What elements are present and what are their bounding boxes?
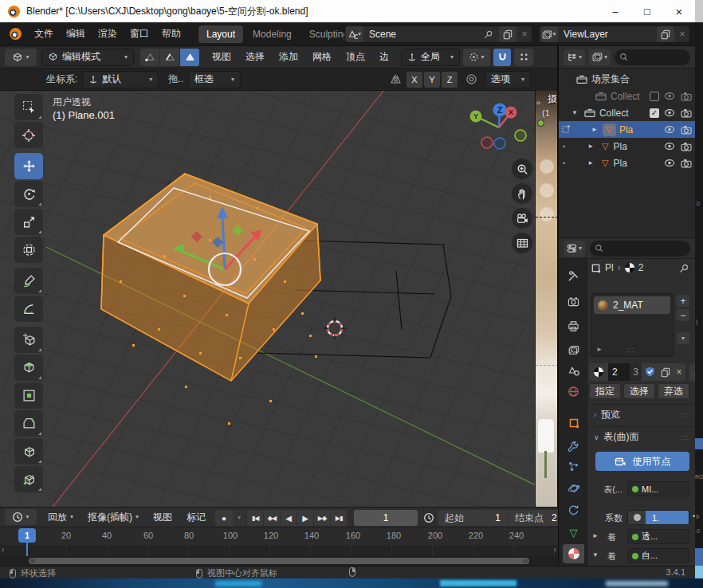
workspace-tab-modeling[interactable]: Modeling	[245, 25, 300, 43]
expand-icon[interactable]: ►	[591, 126, 598, 133]
tool-rotate-button[interactable]	[14, 181, 43, 207]
minimize-button[interactable]: –	[599, 0, 631, 22]
add-slot-button[interactable]: +	[677, 295, 689, 307]
use-nodes-button[interactable]: 使用节点	[595, 452, 689, 471]
frame-end-field[interactable]: 结束点 2	[509, 510, 558, 526]
select-mode-vertex-button[interactable]	[140, 49, 159, 66]
menu-markers[interactable]: 标记	[180, 511, 212, 524]
hide-eye-icon[interactable]	[664, 108, 675, 117]
deselect-button[interactable]: 弃选	[658, 383, 689, 399]
outliner-row-collection-excluded[interactable]: Collect	[559, 88, 695, 104]
close-button[interactable]: ×	[663, 0, 695, 22]
play-reverse-button[interactable]: ◀	[281, 510, 297, 526]
mirror-x-button[interactable]: X	[406, 72, 422, 88]
tab-output[interactable]	[563, 316, 584, 335]
expand-icon[interactable]: ►	[587, 143, 594, 150]
camera-view-button[interactable]	[512, 208, 532, 229]
proportional-edit-icon[interactable]	[465, 73, 477, 85]
tool-annotate-button[interactable]	[14, 268, 43, 294]
jump-to-end-button[interactable]: ▶▮	[331, 510, 347, 526]
viewlayer-browse-button[interactable]: ▾	[540, 26, 558, 42]
outliner-search-input[interactable]	[615, 49, 690, 65]
scrollbar-handle-right[interactable]	[523, 559, 528, 563]
tab-world[interactable]	[563, 382, 584, 401]
browse-material-button[interactable]	[589, 363, 608, 381]
expand-icon[interactable]: ▼	[571, 109, 578, 116]
scene-canvas[interactable]	[0, 91, 536, 507]
render-camera-icon[interactable]	[681, 125, 692, 135]
material-name-field[interactable]: 2	[608, 363, 630, 381]
expand-icon[interactable]: ►	[587, 159, 594, 167]
grip-icon[interactable]: :::	[681, 433, 689, 441]
maximize-button[interactable]: □	[631, 0, 663, 22]
breadcrumb-object[interactable]: Pl	[605, 262, 614, 273]
tab-scene[interactable]	[563, 361, 584, 380]
camera-viewport-strip[interactable]: ‹› 摄 (1	[536, 46, 558, 507]
outliner-row-collection[interactable]: ▼ Collect ✓	[559, 104, 695, 121]
mirror-y-button[interactable]: Y	[424, 72, 440, 88]
menu-mesh[interactable]: 网格	[306, 50, 338, 64]
stopwatch-icon[interactable]	[423, 512, 434, 523]
tool-cursor-button[interactable]	[14, 122, 43, 148]
current-frame-field[interactable]: 1	[354, 510, 418, 526]
play-button[interactable]: ▶	[297, 510, 313, 526]
menu-view-timeline[interactable]: 视图	[147, 511, 179, 524]
pin-icon[interactable]	[483, 29, 493, 40]
tab-object[interactable]	[563, 414, 584, 433]
tool-select-box-button[interactable]	[14, 94, 43, 120]
next-keyframe-button[interactable]: ▶◆	[314, 510, 330, 526]
tab-physics[interactable]	[563, 478, 584, 497]
auto-key-button[interactable]: ●	[215, 510, 233, 526]
exclude-checkbox[interactable]	[650, 92, 659, 101]
scrollbar-thumb[interactable]	[29, 558, 529, 564]
blender-menu-icon[interactable]	[10, 28, 22, 40]
menu-edit[interactable]: 编辑	[60, 27, 92, 41]
playhead-badge[interactable]: 1	[18, 528, 36, 543]
grip-icon[interactable]: :::	[681, 411, 689, 419]
prev-keyframe-button[interactable]: ◆◀	[264, 510, 280, 526]
viewlayer-name-field[interactable]: ViewLayer	[559, 29, 656, 40]
tab-tool[interactable]	[563, 266, 584, 285]
render-camera-icon[interactable]	[681, 142, 692, 151]
viewlayer-remove-button[interactable]: ×	[675, 29, 689, 40]
tool-extrude-button[interactable]	[14, 355, 43, 381]
gizmo-axis-z-neg[interactable]	[494, 138, 505, 149]
tool-move-button[interactable]	[14, 153, 43, 179]
zoom-button-ghost[interactable]	[540, 159, 554, 174]
scene-new-button[interactable]	[499, 26, 516, 42]
menu-vertex[interactable]: 顶点	[340, 50, 371, 64]
tool-transform-button[interactable]	[14, 237, 43, 263]
outliner-row-plane[interactable]: • ► ▽ Pla	[559, 138, 695, 155]
fake-user-button[interactable]	[642, 363, 658, 381]
factor-slider[interactable]: 1.	[627, 510, 689, 525]
menu-file[interactable]: 文件	[28, 27, 60, 41]
surface-panel-header[interactable]: ∨ 表(曲)面 :::	[587, 426, 695, 447]
render-camera-icon[interactable]	[681, 92, 692, 101]
gizmo-axis-y-neg[interactable]	[515, 130, 526, 141]
mirror-icon[interactable]	[390, 73, 402, 85]
breadcrumb-material[interactable]: 2	[638, 262, 644, 273]
menu-render[interactable]: 渲染	[92, 27, 124, 41]
timeline-ruler[interactable]: 20 40 60 80 100 120 140 160 180 200 220 …	[0, 527, 558, 545]
shader1-dropdown[interactable]: 透...	[627, 529, 689, 544]
timeline-scrollbar[interactable]	[0, 556, 558, 566]
shader2-dropdown[interactable]: 自...	[627, 548, 689, 563]
pan-button-ghost[interactable]	[540, 183, 554, 198]
tab-object-data[interactable]: ▽	[563, 523, 584, 542]
mode-dropdown[interactable]: 编辑模式 ▾	[41, 49, 134, 66]
display-mode-button[interactable]: ▾	[564, 49, 585, 65]
material-slot-active[interactable]: 2_MAT	[594, 296, 670, 314]
gizmo-axis-x-neg[interactable]	[481, 137, 493, 148]
surface-shader-dropdown[interactable]: MI...	[627, 481, 689, 496]
hide-eye-icon[interactable]	[664, 159, 675, 167]
hide-eye-icon[interactable]	[664, 125, 675, 134]
pin-icon[interactable]	[678, 263, 689, 274]
hide-eye-icon[interactable]	[664, 142, 675, 151]
menu-keying[interactable]: 抠像(插帧)▾	[81, 511, 145, 524]
render-camera-icon[interactable]	[681, 108, 692, 118]
menu-window[interactable]: 窗口	[124, 27, 155, 41]
viewport-3d[interactable]: 用户透视 (1) Plane.001	[0, 91, 536, 507]
pan-button[interactable]	[512, 183, 532, 204]
menu-select[interactable]: 选择	[239, 50, 271, 64]
tab-material[interactable]	[563, 544, 584, 563]
